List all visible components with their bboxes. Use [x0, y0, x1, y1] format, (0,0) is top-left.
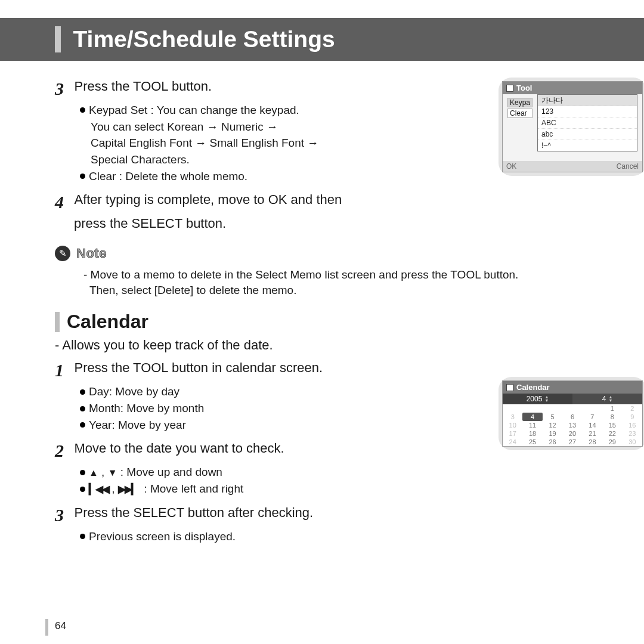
- calendar-day[interactable]: 14: [583, 421, 602, 429]
- calendar-title-icon: [506, 384, 513, 391]
- bullet-text: Year: Move by year: [89, 419, 186, 431]
- spin-icon: ▲▼: [608, 395, 612, 402]
- month-selector[interactable]: 4▲▼: [572, 394, 642, 404]
- cancel-softkey[interactable]: Cancel: [617, 162, 639, 171]
- step-number: 4: [55, 192, 72, 212]
- comma: ,: [98, 466, 108, 478]
- calendar-day[interactable]: [543, 404, 562, 413]
- keypad-option[interactable]: 123: [538, 106, 637, 117]
- tool-title-icon: [506, 85, 513, 92]
- calendar-day[interactable]: 12: [543, 421, 562, 429]
- bullet-text: Month: Move by month: [89, 402, 204, 414]
- calendar-grid[interactable]: 1234567891011121314151617181920212223242…: [503, 404, 642, 446]
- bullet-icon: [80, 487, 85, 492]
- cal-step-2-bullets: ▲ , ▼ : Move up and down ▎◀◀ , ▶▶▎ : Mov…: [80, 465, 390, 497]
- year-selector[interactable]: 2005▲▼: [503, 394, 572, 404]
- step-text: Press the SELECT button after checking.: [74, 505, 313, 520]
- calendar-day[interactable]: 10: [503, 421, 522, 429]
- calendar-title: Calendar: [516, 383, 550, 392]
- bullet-text: Keypad Set : You can change the keypad.: [89, 104, 299, 116]
- calendar-day[interactable]: 5: [543, 413, 562, 421]
- step-number: 1: [55, 360, 72, 380]
- calendar-day[interactable]: 28: [583, 438, 602, 446]
- calendar-day[interactable]: 24: [503, 438, 522, 446]
- step-4: 4 After typing is complete, move to OK a…: [55, 192, 589, 212]
- calendar-day[interactable]: 17: [503, 429, 522, 438]
- bullet-icon: [80, 422, 85, 428]
- triangle-up-icon: ▲: [89, 467, 98, 478]
- calendar-day[interactable]: 27: [562, 438, 582, 446]
- calendar-day[interactable]: 2: [623, 404, 642, 413]
- tool-title: Tool: [516, 83, 532, 92]
- page-accent: [45, 619, 48, 636]
- bullet-icon: [80, 534, 85, 539]
- clear-label: Clear: [507, 109, 532, 118]
- calendar-day[interactable]: 4: [522, 413, 542, 421]
- calendar-day[interactable]: 26: [543, 438, 562, 446]
- section-heading: Calendar: [55, 311, 589, 333]
- keypad-option[interactable]: ABC: [538, 117, 637, 129]
- calendar-day[interactable]: 16: [623, 421, 642, 429]
- step-text: Press the TOOL button.: [74, 79, 212, 94]
- page-header: Time/Schedule Settings: [0, 18, 644, 61]
- bullet-text: Previous screen is displayed.: [89, 530, 236, 543]
- calendar-day[interactable]: [503, 404, 522, 413]
- ok-softkey[interactable]: OK: [506, 162, 516, 171]
- tool-screenshot: Tool Keypa Clear 가나다 123 ABC abc !~^ OK …: [499, 78, 644, 176]
- bullet-icon: [80, 174, 85, 179]
- note-line: Then, select [Delete] to delete the memo…: [89, 283, 589, 298]
- bullet-text: Day: Move by day: [89, 385, 179, 398]
- calendar-year-month: 2005▲▼ 4▲▼: [503, 394, 642, 404]
- prev-track-icon: ▎◀◀: [89, 484, 109, 495]
- step-number: 3: [55, 79, 72, 99]
- calendar-screenshot: Calendar 2005▲▼ 4▲▼ 12345678910111213141…: [499, 377, 644, 450]
- calendar-day[interactable]: 30: [623, 438, 642, 446]
- calendar-day[interactable]: 21: [583, 429, 602, 438]
- note-heading: ✎ Note: [55, 246, 589, 261]
- bullet-text: Special Characters.: [91, 153, 190, 166]
- calendar-day[interactable]: 13: [562, 421, 582, 429]
- bullet-text: : Move up and down: [120, 466, 222, 478]
- year-value: 2005: [527, 395, 543, 403]
- bullet-text: Clear : Delete the whole memo.: [89, 170, 247, 182]
- step-number: 2: [55, 441, 72, 461]
- calendar-day[interactable]: 25: [522, 438, 542, 446]
- step-3-bullets: Keypad Set : You can change the keypad. …: [80, 103, 390, 184]
- triangle-down-icon: ▼: [108, 467, 117, 478]
- calendar-day[interactable]: 11: [522, 421, 542, 429]
- cal-step-3-bullets: Previous screen is displayed.: [80, 529, 390, 544]
- step-text: After typing is complete, move to OK and…: [74, 192, 342, 207]
- calendar-day[interactable]: [583, 404, 602, 413]
- calendar-day[interactable]: 8: [602, 413, 622, 421]
- calendar-day[interactable]: 3: [503, 413, 522, 421]
- bullet-icon: [80, 406, 85, 411]
- calendar-day[interactable]: [562, 404, 582, 413]
- bullet-icon: [80, 107, 85, 113]
- bullet-text: : Move left and right: [144, 482, 243, 495]
- keypad-option[interactable]: abc: [538, 129, 637, 140]
- step-text: Move to the date you want to check.: [74, 441, 284, 456]
- spin-icon: ▲▼: [544, 395, 549, 402]
- calendar-day[interactable]: 6: [562, 413, 582, 421]
- calendar-day[interactable]: 19: [543, 429, 562, 438]
- calendar-day[interactable]: 18: [522, 429, 542, 438]
- header-accent: [55, 26, 61, 52]
- note-line: - Move to a memo to delete in the Select…: [83, 267, 589, 283]
- bullet-icon: [80, 389, 85, 395]
- calendar-day[interactable]: 22: [602, 429, 622, 438]
- calendar-day[interactable]: 1: [602, 404, 622, 413]
- section-intro: - Allows you to keep track of the date.: [55, 338, 589, 353]
- keypad-option[interactable]: !~^: [538, 140, 637, 151]
- calendar-day[interactable]: 9: [623, 413, 642, 421]
- calendar-day[interactable]: 23: [623, 429, 642, 438]
- tool-softkeys: OK Cancel: [503, 161, 642, 172]
- cal-step-3: 3 Press the SELECT button after checking…: [55, 505, 589, 525]
- section-accent: [55, 312, 60, 332]
- calendar-day[interactable]: 15: [602, 421, 622, 429]
- calendar-day[interactable]: 29: [602, 438, 622, 446]
- calendar-day[interactable]: 20: [562, 429, 582, 438]
- page-title: Time/Schedule Settings: [73, 26, 335, 52]
- calendar-day[interactable]: 7: [583, 413, 602, 421]
- keypad-option[interactable]: 가나다: [538, 95, 637, 106]
- calendar-day[interactable]: [522, 404, 542, 413]
